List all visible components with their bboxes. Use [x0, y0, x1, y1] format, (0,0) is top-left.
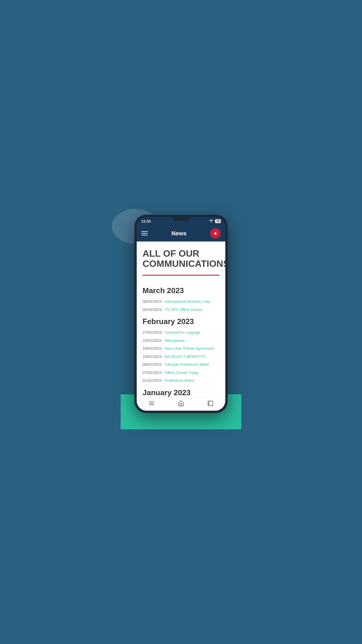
- logo-star-icon: ★: [213, 231, 217, 236]
- news-link[interactable]: BA SELECT BENEFITS: [165, 354, 205, 359]
- news-date: 18/02/2023 -: [143, 346, 165, 351]
- hamburger-menu[interactable]: [141, 231, 148, 235]
- news-link[interactable]: Lifestyle Preference Ballot: [165, 362, 209, 367]
- month-heading-2: January 2023: [143, 388, 219, 397]
- month-section-2: January 202330/01/2023 - Preference25/01…: [137, 388, 225, 397]
- month-heading-0: March 2023: [143, 286, 219, 295]
- logo-button[interactable]: ★: [210, 228, 221, 239]
- news-date: 01/02/2023 -: [143, 378, 165, 383]
- news-date: 07/02/2023 -: [143, 370, 165, 375]
- news-link[interactable]: Preference Ballot: [165, 378, 194, 383]
- bottom-nav: [137, 397, 225, 411]
- news-link[interactable]: New Liner Trainer Agreement: [165, 346, 214, 351]
- news-date: 08/03/2023 -: [143, 299, 165, 304]
- wifi-icon: [209, 219, 214, 223]
- phone-screen: 11:51 38: [137, 217, 225, 411]
- svg-rect-3: [208, 401, 213, 406]
- app-header: News ★: [137, 225, 225, 242]
- hero-section: ALL OF OUR COMMUNICATIONS: [137, 242, 225, 286]
- news-date: 27/02/2023 -: [143, 330, 165, 335]
- header-title: News: [171, 230, 187, 237]
- news-link[interactable]: Menopause: [165, 338, 185, 343]
- month-section-0: March 202308/03/2023 - International Wom…: [137, 286, 225, 317]
- nav-home-button[interactable]: [178, 400, 184, 407]
- notch-area: 11:51 38: [137, 217, 225, 225]
- hero-divider: [143, 275, 219, 276]
- list-item[interactable]: 18/02/2023 - New Liner Trainer Agreement: [143, 346, 219, 351]
- news-link[interactable]: Office Closed Today: [165, 370, 199, 375]
- news-link[interactable]: Checked-In Luggage: [165, 330, 200, 335]
- status-icons: 38: [209, 219, 221, 223]
- nav-back-button[interactable]: [207, 400, 214, 407]
- news-date: 08/02/2023 -: [143, 362, 165, 367]
- month-section-1: February 202327/02/2023 - Checked-In Lug…: [137, 317, 225, 388]
- list-item[interactable]: 18/02/2023 - BA SELECT BENEFITS: [143, 354, 219, 360]
- hero-title: ALL OF OUR COMMUNICATIONS: [143, 249, 219, 269]
- content-area: ALL OF OUR COMMUNICATIONS March 202308/0…: [137, 242, 225, 397]
- news-link[interactable]: T5 CRC Office Closed: [165, 307, 202, 312]
- list-item[interactable]: 07/02/2023 - Office Closed Today: [143, 370, 219, 376]
- list-item[interactable]: 27/02/2023 - Checked-In Luggage: [143, 330, 219, 335]
- list-item[interactable]: 01/02/2023 - Preference Ballot: [143, 378, 219, 384]
- news-date: 24/02/2023 -: [143, 338, 165, 343]
- list-item[interactable]: 08/02/2023 - Lifestyle Preference Ballot: [143, 362, 219, 368]
- list-item[interactable]: 05/03/2023 - T5 CRC Office Closed: [143, 307, 219, 313]
- list-item[interactable]: 24/02/2023 - Menopause: [143, 338, 219, 344]
- month-heading-1: February 2023: [143, 317, 219, 326]
- news-date: 05/03/2023 -: [143, 307, 165, 312]
- nav-menu-button[interactable]: [148, 400, 155, 407]
- news-date: 18/02/2023 -: [143, 354, 165, 359]
- phone-frame: 11:51 38: [134, 215, 228, 413]
- news-link[interactable]: International Women's Day: [165, 299, 210, 304]
- status-time: 11:51: [141, 219, 151, 223]
- battery-icon: 38: [215, 219, 221, 223]
- sections-container: March 202308/03/2023 - International Wom…: [137, 286, 225, 397]
- list-item[interactable]: 08/03/2023 - International Women's Day: [143, 299, 219, 304]
